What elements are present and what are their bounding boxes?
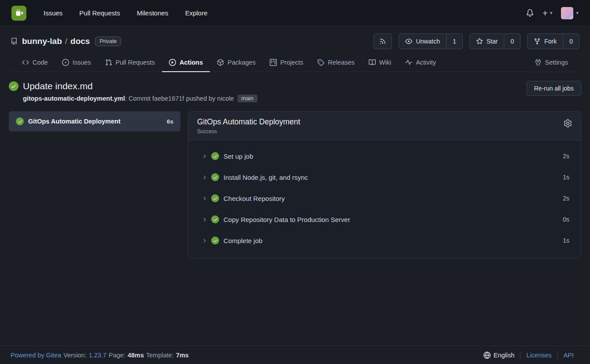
repo-name-link[interactable]: docs xyxy=(70,36,90,46)
fork-icon xyxy=(534,38,541,45)
visibility-badge: Private xyxy=(95,36,121,46)
run-header: Update index.md gitops-automatic-deploym… xyxy=(9,81,581,102)
globe-icon xyxy=(484,352,491,359)
tab-label: Issues xyxy=(73,59,91,66)
code-icon xyxy=(22,59,29,66)
step-success-icon xyxy=(211,152,219,160)
version-link[interactable]: 1.23.7 xyxy=(89,352,106,359)
page-label: Page: xyxy=(109,352,125,359)
step-duration: 2s xyxy=(563,153,569,160)
unwatch-button[interactable]: Unwatch xyxy=(399,34,446,49)
chevron-right-icon xyxy=(202,196,207,201)
tab-actions[interactable]: Actions xyxy=(162,54,210,72)
issue-icon xyxy=(62,59,69,66)
tab-label: Projects xyxy=(280,59,303,66)
repo-title-row: bunny-lab / docs Private Unwatch 1 Star xyxy=(11,33,579,49)
run-body: GitOps Automatic Deployment 6s GitOps Au… xyxy=(9,111,581,258)
tab-label: Settings xyxy=(545,59,568,66)
check-icon xyxy=(18,119,22,124)
notifications-button[interactable] xyxy=(526,9,534,17)
step-row-checkout[interactable]: Checkout Repository 2s xyxy=(188,188,581,209)
rerun-all-jobs-button[interactable]: Re-run all jobs xyxy=(527,81,581,96)
job-options-button[interactable] xyxy=(564,119,572,127)
api-link[interactable]: API xyxy=(557,351,579,360)
gitea-logo[interactable] xyxy=(11,6,26,21)
step-row-copy[interactable]: Copy Repository Data to Production Serve… xyxy=(188,209,581,230)
licenses-link[interactable]: Licenses xyxy=(520,351,557,360)
gear-icon xyxy=(564,119,572,127)
tab-releases[interactable]: Releases xyxy=(310,54,361,72)
pull-request-icon xyxy=(105,59,112,66)
step-name: Complete job xyxy=(224,237,262,244)
footer-left: Powered by Gitea Version: 1.23.7 Page: 4… xyxy=(11,352,189,359)
job-name: GitOps Automatic Deployment xyxy=(28,118,121,125)
run-title-block: Update index.md gitops-automatic-deploym… xyxy=(9,81,257,102)
step-row-install[interactable]: Install Node.js, git, and rsync 1s xyxy=(188,167,581,188)
gitea-cup-icon xyxy=(14,8,24,18)
tab-label: Code xyxy=(33,59,48,66)
job-item[interactable]: GitOps Automatic Deployment 6s xyxy=(9,111,180,131)
navbar-right: + ▾ ▾ xyxy=(526,7,579,19)
step-row-complete[interactable]: Complete job 1s xyxy=(188,230,581,251)
star-button[interactable]: Star xyxy=(470,34,504,49)
repo-owner-link[interactable]: bunny-lab xyxy=(22,36,62,46)
breadcrumb: bunny-lab / docs xyxy=(22,36,90,46)
run-success-icon xyxy=(9,81,18,91)
powered-by-gitea-link[interactable]: Powered by Gitea xyxy=(11,352,61,359)
chevron-right-icon xyxy=(202,217,207,222)
eye-icon xyxy=(405,38,412,45)
star-icon xyxy=(476,38,483,45)
watchers-count[interactable]: 1 xyxy=(446,34,462,49)
template-time: 7ms xyxy=(176,352,189,359)
chevron-right-icon xyxy=(202,238,207,244)
tab-pull-requests[interactable]: Pull Requests xyxy=(98,54,162,72)
branch-badge[interactable]: main xyxy=(238,95,257,102)
tab-wiki[interactable]: Wiki xyxy=(362,54,398,72)
play-circle-icon xyxy=(169,59,176,66)
step-name: Copy Repository Data to Production Serve… xyxy=(224,216,350,223)
language-selector[interactable]: English xyxy=(484,352,520,359)
tab-label: Releases xyxy=(328,59,354,66)
tab-settings[interactable]: Settings xyxy=(528,54,575,72)
tab-label: Wiki xyxy=(379,59,391,66)
top-navbar: Issues Pull Requests Milestones Explore … xyxy=(0,0,590,26)
tab-label: Actions xyxy=(180,59,203,66)
plus-icon: + xyxy=(542,8,548,18)
tab-activity[interactable]: Activity xyxy=(398,54,443,72)
footer-right: English Licenses API xyxy=(484,351,579,360)
tab-issues[interactable]: Issues xyxy=(55,54,98,72)
nav-pull-requests[interactable]: Pull Requests xyxy=(71,0,128,26)
nav-explore[interactable]: Explore xyxy=(177,0,216,26)
commit-text: : Commit faebe1671f pushed by nicole xyxy=(125,95,234,102)
stars-count[interactable]: 0 xyxy=(504,34,520,49)
step-name: Install Node.js, git, and rsync xyxy=(224,174,308,181)
actions-run-page: Update index.md gitops-automatic-deploym… xyxy=(0,72,590,346)
step-duration: 1s xyxy=(563,237,569,244)
step-name: Set up job xyxy=(224,153,253,160)
caret-down-icon: ▾ xyxy=(550,10,553,16)
rss-icon xyxy=(379,38,386,45)
forks-count[interactable]: 0 xyxy=(563,34,579,49)
job-detail-title: GitOps Automatic Deployment xyxy=(197,117,300,127)
create-new-button[interactable]: + ▾ xyxy=(542,8,553,18)
tab-code[interactable]: Code xyxy=(15,54,55,72)
rss-feed-button[interactable] xyxy=(374,33,392,49)
watch-button-group: Unwatch 1 xyxy=(399,33,462,49)
repo-tabs: Code Issues Pull Requests Actions Packag… xyxy=(11,54,579,72)
fork-button[interactable]: Fork xyxy=(528,34,563,49)
chevron-right-icon xyxy=(202,175,207,180)
tab-packages[interactable]: Packages xyxy=(210,54,263,72)
bell-icon xyxy=(526,9,534,17)
step-name: Checkout Repository xyxy=(224,195,285,202)
user-menu[interactable]: ▾ xyxy=(561,7,579,19)
job-success-icon xyxy=(16,117,24,125)
workflow-file-link[interactable]: gitops-automatic-deployment.yml xyxy=(23,95,125,102)
avatar xyxy=(561,7,573,19)
repo-icon xyxy=(11,38,18,45)
step-row-setup[interactable]: Set up job 2s xyxy=(188,146,581,167)
project-icon xyxy=(270,59,277,66)
nav-issues[interactable]: Issues xyxy=(35,0,71,26)
job-detail-header: GitOps Automatic Deployment Success xyxy=(188,112,581,140)
nav-milestones[interactable]: Milestones xyxy=(128,0,177,26)
tab-projects[interactable]: Projects xyxy=(263,54,310,72)
